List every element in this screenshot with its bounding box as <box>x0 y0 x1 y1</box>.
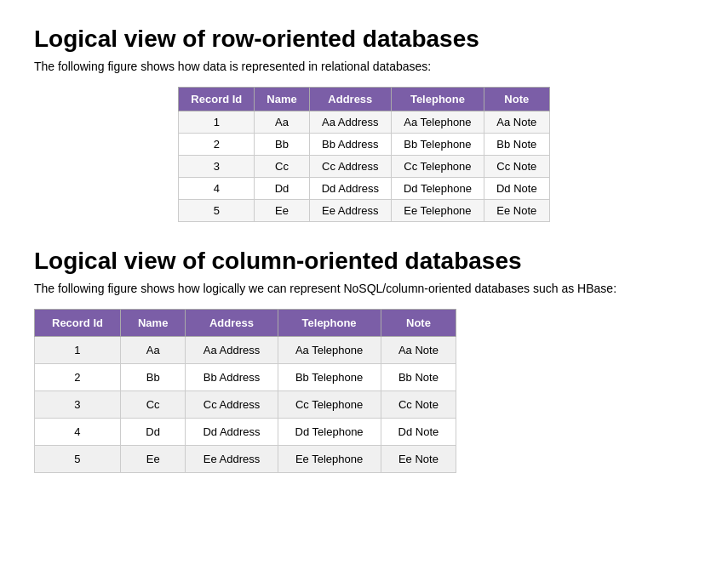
table-cell: 1 <box>35 337 121 364</box>
table-cell: Bb Address <box>309 134 391 156</box>
row-table-wrapper: Record IdNameAddressTelephoneNote 1AaAa … <box>34 87 694 222</box>
table-cell: Ee Note <box>484 200 549 222</box>
section-col-oriented: Logical view of column-oriented database… <box>34 248 694 473</box>
table-cell: Dd <box>120 419 185 446</box>
table-cell: Ee Address <box>186 446 278 473</box>
table-cell: Dd <box>255 178 309 200</box>
table-cell: Ee <box>120 446 185 473</box>
table-cell: Aa Note <box>381 337 456 364</box>
table-cell: Ee Address <box>309 200 391 222</box>
table-row: 1AaAa AddressAa TelephoneAa Note <box>35 337 456 364</box>
col-table-body: 1AaAa AddressAa TelephoneAa Note2BbBb Ad… <box>35 337 456 473</box>
table-row: 5EeEe AddressEe TelephoneEe Note <box>179 200 549 222</box>
table-cell: Cc <box>255 156 309 178</box>
table-cell: 2 <box>35 364 121 391</box>
table-cell: Bb <box>120 364 185 391</box>
table-cell: Aa Note <box>484 111 549 134</box>
table-cell: 5 <box>35 446 121 473</box>
table-cell: Aa <box>120 337 185 364</box>
table-cell: Cc Address <box>186 391 278 419</box>
table-cell: Dd Telephone <box>391 178 484 200</box>
table-row: 3CcCc AddressCc TelephoneCc Note <box>179 156 549 178</box>
col-header: Name <box>255 88 309 111</box>
table-cell: 4 <box>179 178 255 200</box>
table-cell: Cc Telephone <box>391 156 484 178</box>
row-oriented-table: Record IdNameAddressTelephoneNote 1AaAa … <box>178 87 549 222</box>
table-cell: 1 <box>179 111 255 134</box>
row-table-body: 1AaAa AddressAa TelephoneAa Note2BbBb Ad… <box>179 111 549 222</box>
table-cell: Ee Telephone <box>391 200 484 222</box>
table-cell: Ee <box>255 200 309 222</box>
table-cell: Cc Address <box>309 156 391 178</box>
table-cell: Cc Note <box>381 391 456 419</box>
table-cell: 5 <box>179 200 255 222</box>
table-cell: Ee Note <box>381 446 456 473</box>
table-cell: Dd Note <box>381 419 456 446</box>
table-cell: Aa Telephone <box>391 111 484 134</box>
table-row: 3CcCc AddressCc TelephoneCc Note <box>35 391 456 419</box>
row-table-head: Record IdNameAddressTelephoneNote <box>179 88 549 111</box>
col-header: Address <box>186 310 278 337</box>
section2-subtitle: The following figure shows how logically… <box>34 282 694 295</box>
col-header: Name <box>120 310 185 337</box>
table-cell: Dd Address <box>186 419 278 446</box>
table-cell: Bb Note <box>484 134 549 156</box>
table-row: 5EeEe AddressEe TelephoneEe Note <box>35 446 456 473</box>
table-cell: Aa <box>255 111 309 134</box>
table-row: 4DdDd AddressDd TelephoneDd Note <box>179 178 549 200</box>
section1-subtitle: The following figure shows how data is r… <box>34 60 694 73</box>
col-table-wrapper: Record IdNameAddressTelephoneNote 1AaAa … <box>34 309 694 473</box>
table-cell: 3 <box>35 391 121 419</box>
table-cell: 3 <box>179 156 255 178</box>
table-cell: Ee Telephone <box>278 446 381 473</box>
col-table-head: Record IdNameAddressTelephoneNote <box>35 310 456 337</box>
col-header: Note <box>381 310 456 337</box>
table-cell: 4 <box>35 419 121 446</box>
table-cell: Aa Address <box>186 337 278 364</box>
table-cell: Aa Telephone <box>278 337 381 364</box>
col-oriented-table: Record IdNameAddressTelephoneNote 1AaAa … <box>34 309 456 473</box>
table-cell: Bb Telephone <box>391 134 484 156</box>
col-table-header-row: Record IdNameAddressTelephoneNote <box>35 310 456 337</box>
table-row: 4DdDd AddressDd TelephoneDd Note <box>35 419 456 446</box>
table-cell: Cc <box>120 391 185 419</box>
col-header: Record Id <box>35 310 121 337</box>
table-cell: 2 <box>179 134 255 156</box>
table-row: 1AaAa AddressAa TelephoneAa Note <box>179 111 549 134</box>
section-row-oriented: Logical view of row-oriented databases T… <box>34 26 694 222</box>
table-cell: Aa Address <box>309 111 391 134</box>
col-header: Note <box>484 88 549 111</box>
section1-title: Logical view of row-oriented databases <box>34 26 694 53</box>
table-row: 2BbBb AddressBb TelephoneBb Note <box>35 364 456 391</box>
table-cell: Dd Note <box>484 178 549 200</box>
table-cell: Cc Telephone <box>278 391 381 419</box>
table-cell: Dd Address <box>309 178 391 200</box>
table-cell: Bb <box>255 134 309 156</box>
col-header: Record Id <box>179 88 255 111</box>
col-header: Telephone <box>278 310 381 337</box>
table-row: 2BbBb AddressBb TelephoneBb Note <box>179 134 549 156</box>
section2-title: Logical view of column-oriented database… <box>34 248 694 275</box>
table-cell: Cc Note <box>484 156 549 178</box>
table-cell: Dd Telephone <box>278 419 381 446</box>
row-table-header-row: Record IdNameAddressTelephoneNote <box>179 88 549 111</box>
col-header: Telephone <box>391 88 484 111</box>
col-header: Address <box>309 88 391 111</box>
table-cell: Bb Telephone <box>278 364 381 391</box>
table-cell: Bb Note <box>381 364 456 391</box>
table-cell: Bb Address <box>186 364 278 391</box>
